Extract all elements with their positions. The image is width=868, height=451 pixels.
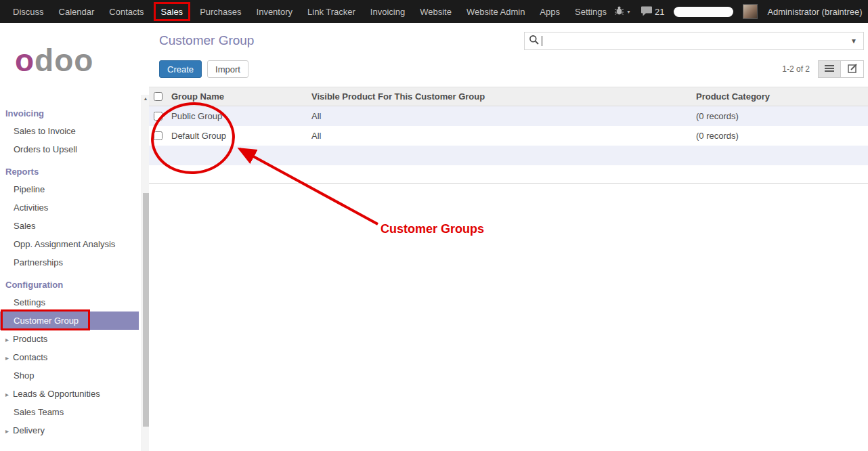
menu-discuss[interactable]: Discuss bbox=[5, 0, 51, 23]
column-header-product-category[interactable]: Product Category bbox=[696, 91, 868, 102]
menu-website-admin[interactable]: Website Admin bbox=[459, 0, 532, 23]
checkbox[interactable] bbox=[154, 131, 162, 140]
cell-visible-product[interactable]: All bbox=[311, 111, 696, 121]
chat-bubble-icon bbox=[641, 5, 653, 18]
logo-letter: o bbox=[15, 45, 35, 76]
sidebar-scrollbar[interactable]: ▲ bbox=[142, 95, 149, 451]
empty-row bbox=[149, 146, 868, 165]
menu-website[interactable]: Website bbox=[412, 0, 459, 23]
list-view: Group Name Visible Product For This Cust… bbox=[149, 87, 868, 184]
sidebar-section-configuration: Configuration bbox=[0, 277, 149, 293]
sidebar-item-delivery[interactable]: Delivery bbox=[0, 421, 139, 439]
menu-invoicing[interactable]: Invoicing bbox=[363, 0, 412, 23]
menu-link-tracker[interactable]: Link Tracker bbox=[300, 0, 363, 23]
sidebar-item-contacts[interactable]: Contacts bbox=[0, 348, 139, 366]
sidebar-item-leads-opportunities[interactable]: Leads & Opportunities bbox=[0, 385, 139, 403]
view-switcher bbox=[818, 60, 864, 78]
control-panel-bottom: Create Import 1-2 of 2 bbox=[149, 54, 868, 85]
menu-settings[interactable]: Settings bbox=[567, 0, 614, 23]
search-icon bbox=[529, 35, 539, 47]
sidebar-item-products[interactable]: Products bbox=[0, 330, 139, 348]
table-row[interactable]: Default Group All (0 records) bbox=[149, 126, 868, 146]
cell-visible-product[interactable]: All bbox=[311, 131, 696, 141]
import-button[interactable]: Import bbox=[207, 60, 248, 78]
form-view-button[interactable] bbox=[841, 60, 864, 78]
page-title: Customer Group bbox=[159, 33, 254, 48]
menu-apps[interactable]: Apps bbox=[532, 0, 567, 23]
sidebar-item-customer-group[interactable]: Customer Group bbox=[0, 312, 139, 330]
topbar: Discuss Calendar Contacts Sales Purchase… bbox=[0, 0, 868, 23]
chevron-down-icon: ▼ bbox=[626, 9, 631, 14]
sidebar-section-invoicing: Invoicing bbox=[0, 106, 149, 122]
control-panel-top: Customer Group ▼ bbox=[149, 23, 868, 54]
sidebar-item-sales-teams[interactable]: Sales Teams bbox=[0, 403, 139, 421]
sidebar-item-activities[interactable]: Activities bbox=[0, 198, 139, 217]
checkbox[interactable] bbox=[154, 92, 162, 101]
logo-letters: doo bbox=[35, 45, 93, 76]
list-icon bbox=[825, 64, 834, 74]
sidebar-nav: Invoicing Sales to Invoice Orders to Ups… bbox=[0, 98, 149, 439]
scroll-up-icon[interactable]: ▲ bbox=[142, 96, 149, 101]
messages-menu[interactable]: 21 bbox=[641, 5, 664, 18]
odoo-logo: odoo bbox=[0, 23, 149, 98]
bug-icon bbox=[614, 5, 624, 18]
sidebar-item-shop[interactable]: Shop bbox=[0, 366, 139, 385]
edit-form-icon bbox=[848, 64, 857, 75]
checkbox[interactable] bbox=[154, 112, 162, 121]
messages-count: 21 bbox=[655, 7, 664, 17]
debug-menu[interactable]: ▼ bbox=[614, 5, 631, 18]
row-checkbox[interactable] bbox=[149, 131, 167, 140]
user-menu[interactable]: Administrator (braintree) bbox=[767, 7, 862, 17]
scrollbar-thumb[interactable] bbox=[143, 193, 149, 427]
sidebar-item-opp-assignment-analysis[interactable]: Opp. Assignment Analysis bbox=[0, 235, 139, 253]
systray: ▼ 21 Administrator (braintree) bbox=[614, 0, 868, 23]
search-box[interactable]: ▼ bbox=[524, 32, 864, 50]
menu-sales[interactable]: Sales bbox=[154, 2, 191, 21]
main-content: Customer Group ▼ Create Import 1-2 of 2 bbox=[149, 23, 868, 451]
search-input[interactable] bbox=[545, 34, 846, 47]
text-cursor bbox=[542, 36, 542, 46]
sidebar-item-sales-to-invoice[interactable]: Sales to Invoice bbox=[0, 122, 139, 140]
pager[interactable]: 1-2 of 2 bbox=[782, 64, 810, 74]
sidebar-item-orders-to-upsell[interactable]: Orders to Upsell bbox=[0, 140, 139, 158]
cell-product-category[interactable]: (0 records) bbox=[696, 111, 868, 121]
cell-product-category[interactable]: (0 records) bbox=[696, 131, 868, 141]
sidebar-item-sales[interactable]: Sales bbox=[0, 217, 139, 235]
search-dropdown-caret-icon[interactable]: ▼ bbox=[848, 37, 859, 45]
avatar bbox=[743, 4, 758, 19]
select-all-checkbox[interactable] bbox=[149, 92, 167, 101]
column-header-group-name[interactable]: Group Name bbox=[167, 91, 311, 102]
list-view-button[interactable] bbox=[818, 60, 841, 78]
empty-row bbox=[149, 165, 868, 184]
menu-inventory[interactable]: Inventory bbox=[249, 0, 300, 23]
create-button[interactable]: Create bbox=[159, 60, 202, 78]
cell-group-name[interactable]: Public Group bbox=[167, 111, 311, 121]
cell-group-name[interactable]: Default Group bbox=[167, 131, 311, 141]
table-header-row: Group Name Visible Product For This Cust… bbox=[149, 87, 868, 106]
menu-calendar[interactable]: Calendar bbox=[51, 0, 102, 23]
menu-purchases[interactable]: Purchases bbox=[192, 0, 248, 23]
column-header-visible-product[interactable]: Visible Product For This Customer Group bbox=[311, 91, 696, 102]
main-menu: Discuss Calendar Contacts Sales Purchase… bbox=[0, 0, 614, 23]
row-checkbox[interactable] bbox=[149, 112, 167, 121]
table-row[interactable]: Public Group All (0 records) bbox=[149, 106, 868, 126]
sidebar: odoo Invoicing Sales to Invoice Orders t… bbox=[0, 23, 149, 451]
sidebar-section-reports: Reports bbox=[0, 164, 149, 180]
control-panel-right: 1-2 of 2 bbox=[782, 60, 864, 78]
menu-contacts[interactable]: Contacts bbox=[102, 0, 151, 23]
sidebar-item-partnerships[interactable]: Partnerships bbox=[0, 253, 139, 272]
sidebar-item-settings[interactable]: Settings bbox=[0, 293, 139, 312]
sidebar-item-pipeline[interactable]: Pipeline bbox=[0, 180, 139, 198]
timer-pill[interactable] bbox=[674, 7, 733, 17]
